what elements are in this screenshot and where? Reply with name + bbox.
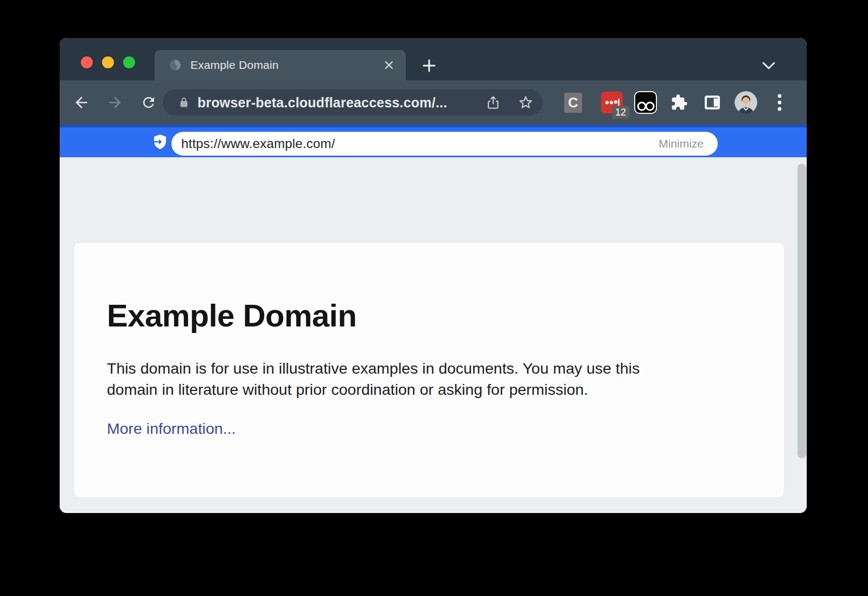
close-window-button[interactable] <box>81 56 93 68</box>
window-controls <box>81 56 135 68</box>
new-tab-button[interactable] <box>419 55 439 76</box>
content-card: Example Domain This domain is for use in… <box>74 243 784 497</box>
tab-close-icon[interactable] <box>383 59 395 71</box>
minimize-bar-button[interactable]: Minimize <box>659 137 704 150</box>
profile-avatar[interactable] <box>735 91 757 114</box>
side-panel-icon[interactable] <box>701 91 723 114</box>
more-information-link[interactable]: More information... <box>107 420 236 438</box>
page-title: Example Domain <box>107 297 356 334</box>
lastpass-extension-icon[interactable]: 12 <box>601 92 623 113</box>
browser-menu-kebab-icon[interactable] <box>769 91 790 114</box>
address-bar[interactable]: browser-beta.cloudflareaccess.com/... <box>163 89 542 116</box>
extension-badge: 12 <box>612 106 629 119</box>
browser-window: Example Domain browser-beta.cloudflareac <box>60 38 807 513</box>
desktop: { "colors": { "accent-blue": "#2e6ef3", … <box>0 0 868 596</box>
isolation-url-input[interactable]: https://www.example.com/ Minimize <box>171 132 718 156</box>
scrollbar-thumb[interactable] <box>797 164 806 458</box>
minimize-window-button[interactable] <box>102 56 114 68</box>
isolation-shield-icon <box>150 134 168 151</box>
page-content: Example Domain This domain is for use in… <box>60 157 807 513</box>
tab-title: Example Domain <box>190 59 279 72</box>
tab-search-chevron-icon[interactable] <box>761 59 776 72</box>
reload-button[interactable] <box>137 91 161 114</box>
isolation-url-value: https://www.example.com/ <box>181 136 335 151</box>
bookmark-star-icon[interactable] <box>518 94 534 111</box>
tab-example-domain[interactable]: Example Domain <box>155 50 406 80</box>
address-bar-url: browser-beta.cloudflareaccess.com/... <box>197 95 447 111</box>
extensions-row: C 12 <box>564 80 790 125</box>
dark-extension-icon[interactable] <box>634 91 657 114</box>
extensions-puzzle-icon[interactable] <box>668 91 690 114</box>
isolation-bar: https://www.example.com/ Minimize <box>60 125 807 157</box>
zoom-window-button[interactable] <box>123 56 135 68</box>
globe-favicon-icon <box>169 59 182 72</box>
toolbar: browser-beta.cloudflareaccess.com/... C <box>60 80 807 125</box>
forward-button[interactable] <box>103 91 127 114</box>
tab-strip: Example Domain <box>60 38 807 80</box>
share-icon[interactable] <box>485 94 501 111</box>
page-body-text: This domain is for use in illustrative e… <box>107 358 640 400</box>
c-extension-icon[interactable]: C <box>564 93 582 113</box>
back-button[interactable] <box>69 91 93 114</box>
lock-icon[interactable] <box>178 96 190 109</box>
